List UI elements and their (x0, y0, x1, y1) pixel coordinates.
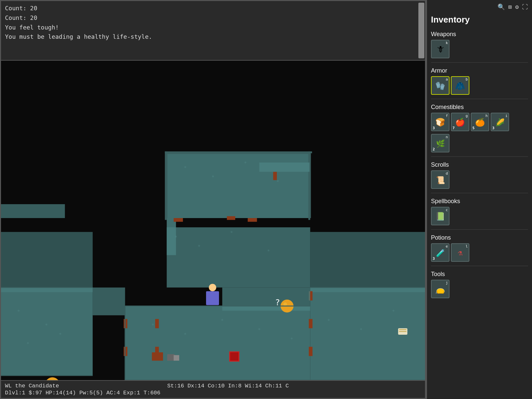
item-key: i (505, 114, 507, 118)
apple-icon (455, 117, 465, 127)
item-key: h (485, 114, 488, 118)
item-slot-food-g[interactable]: g 7 (451, 113, 469, 131)
svg-rect-15 (310, 232, 425, 292)
message-line-3: You feel tough! (5, 23, 421, 32)
robe-icon (455, 81, 465, 90)
item-key: j (446, 281, 448, 285)
svg-point-36 (268, 250, 270, 252)
svg-point-35 (231, 231, 233, 233)
item-count: 2 (433, 147, 435, 151)
scrolls-row: d (431, 170, 528, 189)
item-key: a (446, 77, 448, 82)
zoom-icon[interactable]: 🔍 (498, 3, 505, 10)
item-slot-food-n[interactable]: n 2 (431, 134, 450, 152)
item-slot-scroll-d[interactable]: d (431, 170, 450, 189)
bread-icon (435, 117, 445, 127)
svg-rect-22 (309, 347, 312, 356)
item-count: 3 (492, 126, 495, 130)
leather-icon (435, 81, 445, 90)
inventory-panel: 🔍 ⊞ ⚙ ⛶ Inventory Weapons k Armor a b (426, 0, 532, 399)
settings-icon[interactable]: ⚙ (515, 3, 519, 10)
svg-point-42 (328, 319, 330, 321)
potion-blue-icon (436, 248, 445, 257)
item-key: n (446, 135, 448, 139)
item-count: 3 (433, 256, 435, 261)
svg-point-38 (184, 333, 186, 335)
section-label-spellbooks: Spellbooks (431, 198, 528, 205)
message-line-1: Count: 20 (5, 4, 421, 13)
svg-rect-11 (125, 306, 310, 380)
item-slot-food-i[interactable]: i 3 (491, 113, 509, 131)
item-slot-armor-a[interactable]: a (431, 76, 450, 95)
item-slot-weapon-k[interactable]: k (431, 40, 450, 58)
status-line2: Dlvl:1 $:97 HP:14(14) Pw:5(5) AC:4 Exp:1… (5, 390, 421, 396)
dungeon-map: ? (1, 61, 425, 380)
svg-rect-13 (1, 232, 93, 292)
item-slot-potion-l[interactable]: l (451, 243, 469, 262)
potion-red-icon (458, 248, 462, 257)
item-key: f (446, 114, 448, 118)
svg-point-43 (360, 328, 362, 330)
item-key: b (465, 77, 468, 82)
message-scrollbar[interactable] (418, 3, 424, 58)
item-slot-food-f[interactable]: f 3 (431, 113, 450, 131)
svg-point-32 (277, 180, 279, 182)
svg-rect-9 (1, 204, 65, 218)
svg-point-37 (152, 324, 154, 326)
scroll-icon (436, 175, 445, 184)
main-container: Count: 20 Count: 20 You feel tough! You … (0, 0, 532, 399)
message-line-4: You must be leading a healthy life-style… (5, 32, 421, 42)
item-slot-food-h[interactable]: h 5 (471, 113, 489, 131)
item-count: 5 (472, 126, 475, 130)
item-count: 3 (433, 126, 435, 130)
svg-rect-10 (1, 288, 93, 375)
svg-rect-58 (167, 354, 175, 361)
herb-icon (436, 139, 445, 148)
item-key: l (465, 244, 468, 249)
svg-rect-57 (152, 352, 163, 361)
game-map[interactable]: ? (1, 61, 425, 380)
game-area: Count: 20 Count: 20 You feel tough! You … (0, 0, 426, 399)
svg-point-45 (18, 310, 20, 312)
spellbooks-row: c (431, 207, 528, 225)
item-key: d (446, 171, 448, 176)
banana-icon (496, 117, 505, 127)
item-slot-spellbook-c[interactable]: c (431, 207, 450, 225)
comestibles-row: f 3 g 7 h 5 i 3 (431, 113, 528, 131)
item-slot-tool-j[interactable]: j (431, 280, 450, 298)
section-label-tools: Tools (431, 271, 528, 278)
svg-point-46 (45, 324, 47, 326)
message-log: Count: 20 Count: 20 You feel tough! You … (1, 1, 425, 61)
svg-rect-55 (399, 329, 406, 330)
fullscreen-icon[interactable]: ⛶ (522, 3, 528, 10)
svg-point-41 (291, 337, 293, 339)
svg-rect-18 (155, 319, 159, 328)
item-slot-potion-e[interactable]: e 3 (431, 243, 450, 262)
svg-rect-59 (174, 355, 179, 361)
svg-rect-27 (174, 218, 183, 222)
item-key: g (465, 114, 468, 118)
item-slot-armor-b[interactable]: b (451, 76, 469, 95)
svg-rect-5 (227, 216, 235, 220)
armor-row: a b (431, 76, 528, 95)
svg-point-48 (59, 333, 61, 335)
svg-point-44 (393, 310, 395, 312)
svg-rect-6 (273, 172, 277, 180)
item-key: k (446, 41, 448, 45)
svg-rect-56 (399, 331, 406, 332)
grid-icon[interactable]: ⊞ (508, 3, 512, 10)
svg-point-50 (209, 284, 216, 291)
svg-rect-25 (167, 227, 310, 288)
item-key: c (446, 208, 448, 212)
svg-point-30 (212, 175, 214, 177)
status-bar: WL the Candidate St:16 Dx:14 Co:10 In:8 … (1, 380, 425, 398)
inventory-title: Inventory (431, 15, 528, 25)
svg-point-33 (175, 236, 177, 238)
section-label-scrolls: Scrolls (431, 161, 528, 168)
item-key: e (446, 244, 448, 249)
svg-rect-49 (206, 291, 219, 305)
svg-rect-26 (222, 288, 310, 311)
potions-row: e 3 l (431, 243, 528, 262)
section-label-weapons: Weapons (431, 31, 528, 38)
bag-icon (435, 284, 445, 294)
